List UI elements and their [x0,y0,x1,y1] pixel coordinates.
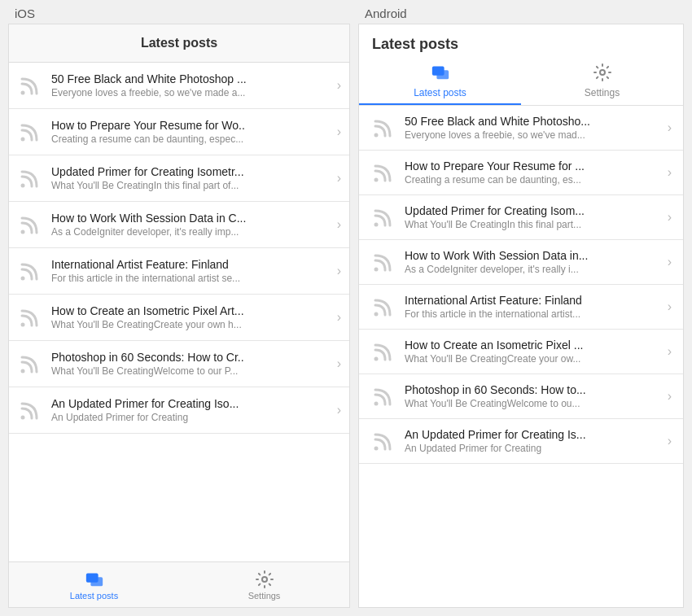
ios-panel: Latest posts 50 Free Black and White Pho… [8,24,350,608]
chevron-right-icon: › [337,171,341,186]
item-subtitle: An Updated Primer for Creating [405,443,663,454]
rss-icon [370,204,396,230]
svg-point-1 [21,138,25,142]
ios-list-item[interactable]: How to Prepare Your Resume for Wo.. Crea… [9,109,349,155]
tab-label: Settings [585,87,620,98]
item-text: 50 Free Black and White Photosho... Ever… [405,115,663,141]
item-subtitle: What You'll Be CreatingWelcome to our P.… [51,365,332,377]
rss-icon [370,159,396,186]
rss-icon [370,339,396,365]
rss-icon [17,397,43,423]
ios-list-item[interactable]: How to Create an Isometric Pixel Art... … [9,295,349,341]
item-text: Photoshop in 60 Seconds: How to... What … [405,383,663,409]
ios-list-item[interactable]: Photoshop in 60 Seconds: How to Cr.. Wha… [9,341,349,387]
android-tabs: Latest posts Settings [359,56,683,106]
svg-point-2 [21,184,25,188]
svg-point-7 [21,416,25,420]
item-title: 50 Free Black and White Photosho... [405,115,663,128]
android-list-item[interactable]: How to Prepare Your Resume for ... Creat… [359,151,683,195]
ios-tab-latest-posts[interactable]: Latest posts [9,562,179,607]
android-label: Android [365,7,407,20]
item-title: How to Create an Isometric Pixel ... [405,339,663,352]
ios-list-item[interactable]: International Artist Feature: Finland Fo… [9,248,349,295]
ios-label: iOS [15,7,357,20]
android-tab-settings[interactable]: Settings [521,56,683,105]
rss-icon [370,294,396,320]
svg-point-4 [21,277,25,281]
item-text: How to Create an Isometric Pixel ... Wha… [405,339,663,365]
ios-list-item[interactable]: Updated Primer for Creating Isometr... W… [9,155,349,202]
android-list-item[interactable]: How to Create an Isometric Pixel ... Wha… [359,330,683,374]
svg-point-19 [374,357,379,361]
chevron-right-icon: › [337,310,341,325]
item-text: How to Work With Session Data in C... As… [51,212,332,238]
item-subtitle: Creating a resume can be daunting, espec… [51,133,332,145]
item-title: Photoshop in 60 Seconds: How to... [405,383,663,396]
ios-list-item[interactable]: How to Work With Session Data in C... As… [9,202,349,248]
chevron-right-icon: › [337,125,341,139]
rss-icon [370,115,396,141]
svg-point-5 [21,323,25,327]
item-subtitle: Everyone loves a freebie, so we've made … [51,87,332,98]
posts-icon [85,570,104,591]
svg-point-15 [374,178,379,182]
chevron-right-icon: › [337,217,341,232]
item-text: 50 Free Black and White Photoshop ... Ev… [51,72,332,98]
android-list-item[interactable]: 50 Free Black and White Photosho... Ever… [359,106,683,151]
item-title: How to Work With Session Data in C... [51,212,332,225]
chevron-right-icon: › [337,264,341,278]
ios-list-item[interactable]: An Updated Primer for Creating Iso... An… [9,387,349,434]
item-title: Photoshop in 60 Seconds: How to Cr.. [51,351,332,364]
svg-rect-12 [436,70,449,79]
item-title: An Updated Primer for Creating Iso... [51,397,332,410]
item-title: An Updated Primer for Creating Is... [405,428,663,441]
chevron-right-icon: › [668,120,672,135]
item-text: Updated Primer for Creating Isom... What… [405,204,663,230]
item-subtitle: What You'll Be CreatingWelcome to ou... [405,398,663,409]
android-tab-latest-posts[interactable]: Latest posts [359,56,521,105]
svg-point-16 [374,223,379,227]
item-subtitle: As a CodeIgniter developer, it's really … [51,226,332,238]
tab-label: Latest posts [414,87,466,98]
svg-point-13 [600,70,605,75]
item-title: How to Prepare Your Resume for ... [405,159,663,173]
chevron-right-icon: › [668,434,672,448]
item-text: How to Prepare Your Resume for Wo.. Crea… [51,119,332,145]
item-text: International Artist Feature: Finland Fo… [405,294,663,320]
svg-point-17 [374,268,379,272]
svg-point-10 [262,577,267,582]
chevron-right-icon: › [668,165,672,180]
item-subtitle: An Updated Primer for Creating [51,412,332,423]
item-subtitle: What You'll Be CreatingIn this final par… [405,219,663,230]
android-header: Latest posts [359,24,683,53]
rss-icon [17,165,43,191]
android-list: 50 Free Black and White Photosho... Ever… [359,106,683,607]
svg-point-20 [374,402,379,406]
tab-label: Settings [248,591,281,601]
chevron-right-icon: › [668,299,672,314]
item-text: An Updated Primer for Creating Iso... An… [51,397,332,423]
item-title: Updated Primer for Creating Isom... [405,204,663,217]
chevron-right-icon: › [337,78,341,93]
item-subtitle: What You'll Be CreatingIn this final par… [51,180,332,191]
ios-tab-settings[interactable]: Settings [179,562,349,607]
ios-header: Latest posts [9,24,349,63]
item-title: How to Prepare Your Resume for Wo.. [51,119,332,132]
ios-tab-bar: Latest posts Settings [9,561,349,607]
item-title: International Artist Feature: Finland [51,258,332,271]
item-subtitle: Everyone loves a freebie, so we've mad..… [405,129,663,141]
svg-point-14 [374,133,379,138]
chevron-right-icon: › [668,210,672,225]
android-list-item[interactable]: Updated Primer for Creating Isom... What… [359,195,683,240]
rss-icon [17,258,43,284]
android-list-item[interactable]: How to Work With Session Data in... As a… [359,240,683,285]
android-list-item[interactable]: An Updated Primer for Creating Is... An … [359,419,683,464]
ios-list: 50 Free Black and White Photoshop ... Ev… [9,63,349,561]
posts-icon [431,63,450,85]
android-list-item[interactable]: International Artist Feature: Finland Fo… [359,285,683,330]
ios-list-item[interactable]: 50 Free Black and White Photoshop ... Ev… [9,63,349,109]
item-subtitle: For this article in the international ar… [51,273,332,284]
android-panel: Latest posts Latest posts Settings 50 Fr… [358,24,684,608]
chevron-right-icon: › [337,403,341,417]
android-list-item[interactable]: Photoshop in 60 Seconds: How to... What … [359,374,683,419]
